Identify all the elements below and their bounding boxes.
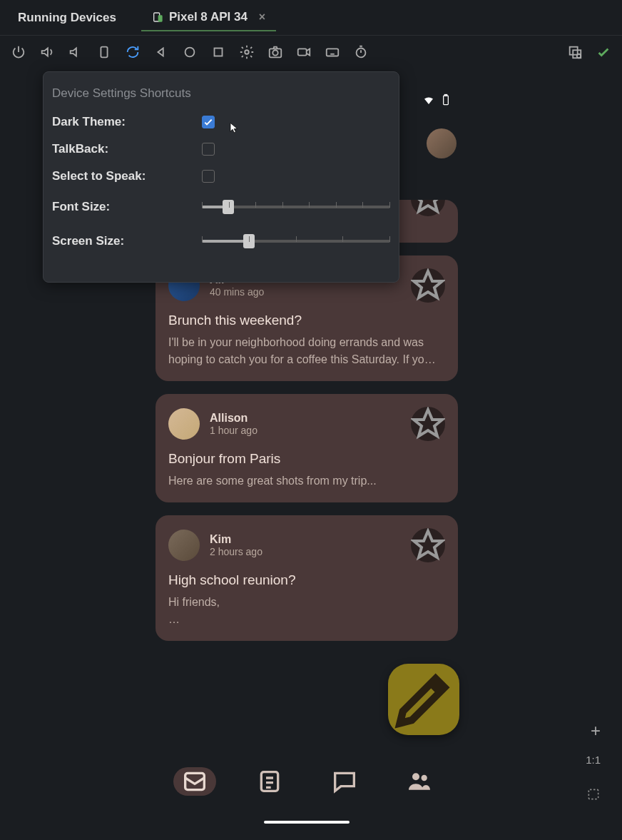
star-button[interactable]: [411, 528, 445, 562]
select-speak-checkbox[interactable]: [202, 170, 215, 183]
screen-size-row: Screen Size:: [52, 231, 390, 252]
svg-point-10: [357, 48, 366, 57]
svg-rect-16: [185, 773, 204, 789]
svg-rect-2: [101, 46, 107, 57]
cursor-icon: [228, 121, 241, 138]
svg-rect-15: [444, 95, 447, 96]
snapshot-icon[interactable]: [567, 44, 583, 60]
profile-avatar[interactable]: [427, 128, 457, 158]
back-icon[interactable]: [153, 44, 169, 60]
email-body: I'll be in your neighborhood doing erran…: [168, 334, 445, 368]
email-subject: High school reunion?: [168, 572, 445, 588]
right-controls: 1:1: [586, 754, 601, 804]
tab-device-label: Pixel 8 API 34: [169, 10, 248, 24]
email-subject: Bonjour from Paris: [168, 451, 445, 467]
battery-icon: [442, 93, 449, 107]
timer-icon[interactable]: [353, 44, 369, 60]
dark-theme-checkbox[interactable]: [202, 116, 215, 128]
font-size-row: Font Size:: [52, 196, 390, 218]
rotate-left-icon[interactable]: [96, 44, 112, 60]
svg-rect-9: [327, 49, 339, 56]
home-indicator[interactable]: [264, 821, 350, 824]
top-tabs-bar: Running Devices Pixel 8 API 34 ×: [0, 0, 622, 36]
email-card[interactable]: Allison 1 hour ago Bonjour from Paris He…: [156, 394, 458, 502]
nav-people[interactable]: [398, 767, 441, 796]
tab-label: Running Devices: [18, 11, 116, 25]
volume-down-icon[interactable]: [68, 44, 83, 60]
svg-point-13: [577, 54, 581, 58]
svg-point-5: [245, 50, 249, 54]
svg-point-18: [412, 773, 419, 780]
email-subject: Brunch this weekend?: [168, 313, 445, 328]
rotate-right-icon[interactable]: [125, 44, 141, 60]
sender-time: 1 hour ago: [210, 425, 401, 436]
compose-fab[interactable]: [388, 664, 459, 735]
nav-articles[interactable]: [248, 767, 291, 796]
sender-name: Allison: [210, 412, 401, 425]
select-speak-row: Select to Speak:: [52, 169, 390, 183]
talkback-row: TalkBack:: [52, 142, 390, 156]
star-button[interactable]: [411, 268, 445, 303]
star-button[interactable]: [411, 200, 445, 216]
volume-up-icon[interactable]: [39, 44, 55, 60]
talkback-label: TalkBack:: [52, 142, 202, 156]
power-icon[interactable]: [11, 44, 26, 60]
close-icon[interactable]: ×: [259, 11, 265, 24]
sender-name: Kim: [210, 533, 401, 546]
font-size-slider[interactable]: [202, 196, 390, 218]
email-card[interactable]: Kim 2 hours ago High school reunion? Hi …: [156, 515, 458, 641]
camera-icon[interactable]: [267, 44, 283, 60]
dark-theme-label: Dark Theme:: [52, 115, 202, 129]
devices-icon: [152, 11, 163, 23]
star-button[interactable]: [411, 407, 445, 441]
tab-device[interactable]: Pixel 8 API 34 ×: [141, 4, 276, 31]
device-settings-popup: Device Settings Shortcuts Dark Theme: Ta…: [43, 71, 399, 283]
zoom-ratio-button[interactable]: 1:1: [586, 754, 601, 766]
select-speak-label: Select to Speak:: [52, 169, 202, 183]
svg-point-7: [272, 50, 277, 55]
email-body: Hi friends, …: [168, 594, 445, 628]
email-body: Here are some great shots from my trip..…: [168, 472, 445, 490]
sender-avatar: [168, 530, 200, 561]
svg-rect-8: [298, 49, 307, 55]
screen-size-slider[interactable]: [202, 231, 390, 252]
fit-screen-icon[interactable]: [586, 787, 601, 804]
sender-avatar: [168, 408, 200, 440]
zoom-in-button[interactable]: +: [591, 721, 601, 741]
nav-inbox[interactable]: [173, 767, 216, 796]
svg-rect-4: [215, 48, 223, 56]
toolbar: [0, 36, 622, 68]
check-icon[interactable]: [596, 44, 611, 60]
keyboard-icon[interactable]: [325, 44, 340, 60]
home-icon[interactable]: [182, 44, 198, 60]
dark-theme-row: Dark Theme:: [52, 115, 390, 129]
svg-rect-20: [588, 789, 598, 799]
settings-icon[interactable]: [239, 44, 255, 60]
font-size-label: Font Size:: [52, 200, 202, 214]
wifi-icon: [422, 93, 435, 107]
svg-rect-1: [158, 16, 162, 21]
nav-chat[interactable]: [323, 767, 366, 796]
svg-rect-14: [444, 96, 449, 105]
talkback-checkbox[interactable]: [202, 143, 215, 156]
screen-size-label: Screen Size:: [52, 234, 202, 248]
tab-running-devices[interactable]: Running Devices: [7, 5, 127, 31]
svg-point-19: [421, 775, 427, 781]
video-icon[interactable]: [296, 44, 312, 60]
svg-point-3: [185, 47, 195, 56]
overview-icon[interactable]: [210, 44, 226, 60]
bottom-nav: [143, 756, 471, 806]
sender-time: 2 hours ago: [210, 546, 401, 557]
sender-time: 40 mins ago: [210, 286, 401, 298]
settings-popup-title: Device Settings Shortcuts: [52, 86, 390, 101]
